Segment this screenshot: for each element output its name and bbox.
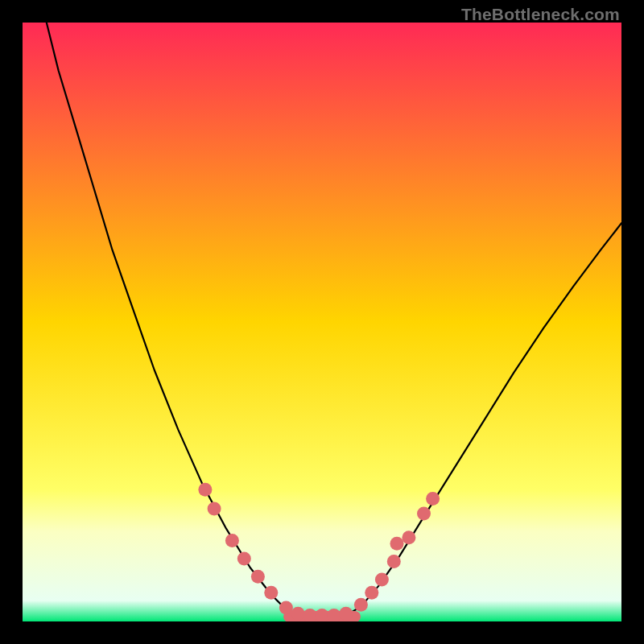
plot-area bbox=[23, 23, 621, 621]
data-dot bbox=[390, 537, 404, 551]
data-dot bbox=[387, 555, 401, 568]
data-dot bbox=[237, 551, 251, 565]
data-dot bbox=[225, 534, 239, 547]
data-dot bbox=[251, 570, 265, 584]
data-dot bbox=[291, 607, 305, 621]
data-dot bbox=[365, 586, 378, 600]
data-dot bbox=[375, 572, 389, 586]
data-dot bbox=[208, 502, 221, 516]
watermark-label: TheBottleneck.com bbox=[461, 5, 620, 24]
data-dot bbox=[417, 507, 431, 521]
data-dot bbox=[354, 598, 368, 612]
chart-frame: TheBottleneck.com bbox=[0, 0, 644, 644]
data-dot bbox=[279, 601, 293, 614]
data-dot bbox=[426, 492, 440, 506]
data-dot bbox=[264, 586, 278, 600]
data-dot bbox=[402, 530, 415, 544]
data-dot bbox=[198, 483, 212, 497]
data-dot bbox=[339, 607, 353, 621]
plot-background bbox=[23, 23, 621, 621]
chart-svg bbox=[23, 23, 621, 621]
